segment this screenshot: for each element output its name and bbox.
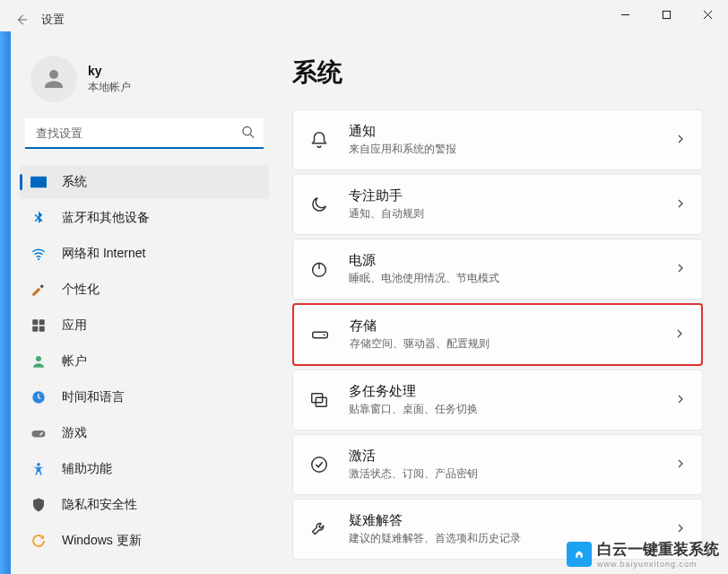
setting-item-storage[interactable]: 存储存储空间、驱动器、配置规则 (292, 303, 703, 366)
user-name: ky (88, 64, 131, 78)
chevron-right-icon (675, 392, 686, 408)
chevron-right-icon (675, 261, 686, 277)
bluetooth-icon (30, 210, 47, 226)
page-title: 系统 (292, 56, 703, 90)
close-button[interactable] (687, 0, 728, 29)
maximize-button[interactable] (646, 0, 687, 29)
setting-item-activation[interactable]: 激活激活状态、订阅、产品密钥 (292, 434, 703, 495)
sidebar-item-label: 游戏 (62, 425, 87, 441)
sidebar-item-label: 时间和语言 (62, 389, 125, 405)
sidebar-item-wifi[interactable]: 网络和 Internet (20, 237, 269, 271)
wifi-icon (30, 246, 47, 262)
chevron-right-icon (674, 326, 685, 343)
setting-item-moon[interactable]: 专注助手通知、自动规则 (292, 174, 703, 235)
watermark-text: 白云一键重装系统 (597, 539, 719, 560)
setting-item-power[interactable]: 电源睡眠、电池使用情况、节电模式 (292, 239, 703, 300)
sidebar-item-account[interactable]: 帐户 (20, 344, 269, 378)
moon-icon (309, 195, 329, 214)
setting-title: 专注助手 (349, 187, 655, 204)
watermark-logo-icon (567, 542, 592, 567)
storage-icon (310, 325, 330, 344)
sidebar: ky 本地帐户 系统蓝牙和其他设备网络和 Internet个性化应用帐户时间和语… (11, 39, 276, 574)
sidebar-item-time[interactable]: 时间和语言 (20, 380, 269, 414)
minimize-button[interactable] (604, 0, 646, 29)
sidebar-item-label: 个性化 (62, 282, 100, 298)
user-type: 本地帐户 (88, 80, 131, 95)
sidebar-item-label: 蓝牙和其他设备 (62, 210, 150, 226)
setting-desc: 来自应用和系统的警报 (349, 142, 655, 157)
nav-list: 系统蓝牙和其他设备网络和 Internet个性化应用帐户时间和语言游戏辅助功能隐… (20, 165, 269, 558)
setting-desc: 贴靠窗口、桌面、任务切换 (349, 402, 655, 417)
close-icon (703, 10, 713, 20)
chevron-right-icon (675, 521, 686, 537)
account-icon (30, 353, 47, 370)
sidebar-item-accessibility[interactable]: 辅助功能 (20, 452, 269, 486)
troubleshoot-icon (309, 519, 329, 539)
setting-desc: 激活状态、订阅、产品密钥 (349, 466, 655, 482)
setting-text: 激活激活状态、订阅、产品密钥 (349, 448, 655, 482)
accessibility-icon (30, 461, 47, 477)
setting-text: 电源睡眠、电池使用情况、节电模式 (349, 252, 655, 286)
search-box (25, 118, 264, 149)
caption-buttons (604, 0, 728, 29)
sidebar-item-label: 隐私和安全性 (62, 497, 137, 513)
sidebar-item-gaming[interactable]: 游戏 (20, 416, 269, 450)
watermark: 白云一键重装系统 www.baiyunxitong.com (567, 539, 719, 569)
setting-item-bell[interactable]: 通知来自应用和系统的警报 (292, 109, 703, 170)
main-content: 系统 通知来自应用和系统的警报专注助手通知、自动规则电源睡眠、电池使用情况、节电… (276, 39, 728, 574)
minimize-icon (620, 10, 630, 20)
person-icon (40, 65, 67, 92)
system-icon (30, 174, 47, 190)
sidebar-item-label: 系统 (62, 174, 87, 190)
sidebar-item-label: 应用 (62, 317, 87, 334)
setting-title: 存储 (350, 317, 654, 335)
user-info: ky 本地帐户 (88, 64, 131, 95)
gaming-icon (30, 425, 47, 441)
sidebar-item-label: 网络和 Internet (62, 246, 145, 262)
setting-title: 激活 (349, 448, 655, 465)
chevron-right-icon (675, 457, 686, 473)
personalize-icon (30, 282, 47, 298)
svg-point-1 (243, 126, 251, 135)
setting-item-multitask[interactable]: 多任务处理贴靠窗口、桌面、任务切换 (292, 370, 703, 430)
activation-icon (309, 455, 329, 474)
search-input[interactable] (25, 118, 264, 149)
setting-text: 存储存储空间、驱动器、配置规则 (350, 317, 654, 352)
bell-icon (309, 130, 329, 150)
setting-text: 通知来自应用和系统的警报 (349, 123, 655, 157)
chevron-right-icon (675, 132, 686, 148)
sidebar-item-label: 帐户 (62, 353, 87, 370)
time-icon (30, 389, 47, 405)
apps-icon (30, 317, 47, 334)
sidebar-item-bluetooth[interactable]: 蓝牙和其他设备 (20, 201, 269, 235)
setting-title: 通知 (349, 123, 655, 140)
privacy-icon (30, 497, 47, 513)
maximize-icon (662, 10, 672, 20)
setting-desc: 通知、自动规则 (349, 206, 655, 222)
search-icon (241, 126, 255, 143)
sidebar-item-apps[interactable]: 应用 (20, 309, 269, 343)
avatar (30, 56, 77, 102)
sidebar-item-privacy[interactable]: 隐私和安全性 (20, 488, 269, 522)
power-icon (309, 259, 329, 279)
multitask-icon (309, 390, 329, 410)
titlebar: 设置 (0, 0, 728, 39)
sidebar-item-label: Windows 更新 (62, 533, 142, 549)
setting-list: 通知来自应用和系统的警报专注助手通知、自动规则电源睡眠、电池使用情况、节电模式存… (292, 109, 703, 560)
svg-rect-0 (663, 11, 670, 18)
watermark-url: www.baiyunxitong.com (597, 560, 719, 569)
setting-text: 多任务处理贴靠窗口、桌面、任务切换 (349, 383, 655, 417)
setting-desc: 睡眠、电池使用情况、节电模式 (349, 271, 655, 286)
sidebar-item-update[interactable]: Windows 更新 (20, 524, 269, 558)
setting-text: 专注助手通知、自动规则 (349, 187, 655, 222)
app-title: 设置 (41, 12, 65, 28)
sidebar-item-personalize[interactable]: 个性化 (20, 273, 269, 307)
setting-title: 电源 (349, 252, 655, 269)
update-icon (30, 533, 47, 549)
back-button[interactable] (7, 5, 36, 34)
window-edge-decoration (0, 31, 11, 574)
chevron-right-icon (675, 196, 686, 213)
sidebar-item-system[interactable]: 系统 (20, 165, 269, 199)
user-section[interactable]: ky 本地帐户 (20, 47, 269, 118)
sidebar-item-label: 辅助功能 (62, 461, 112, 477)
